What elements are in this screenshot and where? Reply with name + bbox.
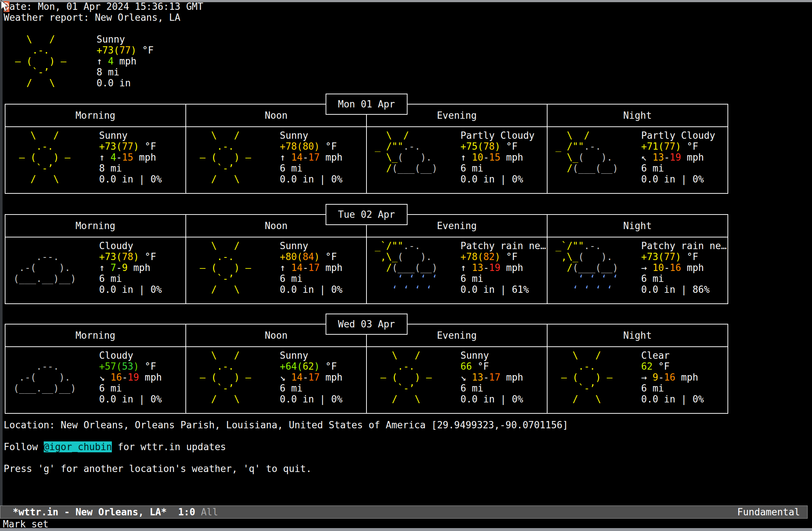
- visibility-text: 6 mi: [99, 273, 162, 284]
- header-night: Night: [547, 105, 727, 126]
- day-badge: Tue 02 Apr: [326, 204, 408, 225]
- precip-text: 0.0 in | 0%: [99, 284, 162, 295]
- wind-text: ↑ 10-15 mph: [460, 152, 535, 163]
- visibility-text: 8 mi: [99, 163, 162, 174]
- cloud-icon: .--. .-( ). (___.__)__): [8, 350, 82, 413]
- day-badge: Wed 03 Apr: [326, 314, 408, 335]
- visibility-text: 6 mi: [280, 383, 342, 394]
- visibility-text: 6 mi: [280, 273, 342, 284]
- precip-text: 0.0 in | 0%: [99, 394, 162, 405]
- temperature-text: +64(62) °F: [280, 361, 342, 372]
- wind-text: ↘ 14-17 mph: [280, 372, 342, 383]
- sun-icon: \ / .-. ― ( ) ― `-’ / \: [550, 350, 624, 413]
- sun-icon: \ / .-. ― ( ) ― `-’ / \: [188, 350, 263, 413]
- weather-cell: _`/"".-. ,\_( ). /(___(__) ‘ ‘ ‘ ‘ ‘ ‘ ‘…: [366, 237, 547, 303]
- emacs-mode-line[interactable]: *wttr.in - New Orleans, LA* 1:0 All Fund…: [0, 506, 808, 519]
- visibility-text: 6 mi: [99, 383, 162, 394]
- condition-text: Patchy rain ne…: [641, 240, 727, 251]
- report-title: Weather report: New Orleans, LA: [4, 12, 180, 23]
- precip-text: 0.0 in | 0%: [641, 394, 704, 405]
- temperature-text: +73(77) °F: [97, 45, 154, 56]
- mouse-cursor: [0, 0, 11, 12]
- condition-text: Sunny: [280, 350, 342, 361]
- visibility-text: 6 mi: [641, 383, 704, 394]
- precip-text: 0.0 in: [97, 78, 154, 88]
- precip-text: 0.0 in | 0%: [460, 394, 523, 405]
- modeline-space: [195, 507, 201, 518]
- weather-cell: _`/"".-. ,\_( ). /(___(__) ‘ ‘ ‘ ‘ ‘ ‘ ‘…: [547, 237, 727, 303]
- sun-icon: \ / .-. ― ( ) ― `-’ / \: [369, 350, 444, 413]
- visibility-text: 6 mi: [280, 163, 342, 174]
- wind-text: ↑ 14-17 mph: [280, 152, 342, 163]
- window-bottom-edge: [0, 528, 812, 531]
- wind-text: ↑ 7-9 mph: [99, 262, 162, 273]
- visibility-text: 6 mi: [460, 273, 546, 284]
- weather-cell: \ / .-. ― ( ) ― `-’ / \ Clear 62 °F → 9-…: [547, 347, 727, 413]
- weather-cell: \ / .-. ― ( ) ― `-’ / \ Sunny +64(62) °F…: [185, 347, 366, 413]
- condition-text: Cloudy: [99, 350, 162, 361]
- precip-text: 0.0 in | 0%: [99, 174, 162, 185]
- major-mode-name[interactable]: Fundamental: [737, 507, 800, 518]
- keybinding-hint-line: Press 'g' for another location's weather…: [4, 463, 311, 474]
- precip-text: 0.0 in | 0%: [280, 284, 342, 295]
- follow-prefix: Follow: [4, 441, 44, 452]
- condition-text: Patchy rain ne…: [460, 240, 546, 251]
- condition-text: Partly Cloudy: [641, 130, 715, 141]
- wind-text: ↑ 4 mph: [97, 56, 154, 67]
- condition-text: Partly Cloudy: [460, 130, 535, 141]
- visibility-text: 6 mi: [460, 383, 523, 394]
- modeline-gap: [167, 507, 178, 518]
- temperature-text: +80(84) °F: [280, 251, 342, 262]
- scroll-indicator: All: [201, 507, 218, 518]
- twitter-handle-link[interactable]: @igor_chubin: [44, 441, 112, 452]
- visibility-text: 6 mi: [460, 163, 535, 174]
- buffer-name[interactable]: *wttr.in - New Orleans, LA*: [13, 507, 167, 518]
- partly-cloudy-icon: \ / _ /"".-. \_( ). /(___(__): [550, 130, 624, 193]
- wind-text: ↘ 16-19 mph: [99, 372, 162, 383]
- rain-icon: _`/"".-. ,\_( ). /(___(__) ‘ ‘ ‘ ‘ ‘ ‘ ‘…: [550, 240, 624, 303]
- precip-text: 0.0 in | 0%: [280, 394, 342, 405]
- temperature-text: +73(78) °F: [99, 251, 162, 262]
- temperature-text: +78(80) °F: [280, 141, 342, 152]
- weather-cell: .--. .-( ). (___.__)__) Cloudy +57(53) °…: [5, 347, 185, 413]
- temperature-text: 62 °F: [641, 361, 704, 372]
- cloud-icon: .--. .-( ). (___.__)__): [8, 240, 82, 303]
- header-night: Night: [547, 324, 727, 346]
- wind-text: → 9-16 mph: [641, 372, 704, 383]
- cursor-position: 1:0: [178, 507, 195, 518]
- precip-text: 0.0 in | 0%: [460, 174, 535, 185]
- precip-text: 0.0 in | 61%: [460, 284, 546, 295]
- temperature-text: +75(78) °F: [460, 141, 535, 152]
- day-badge: Mon 01 Apr: [326, 94, 408, 115]
- visibility-text: 6 mi: [641, 273, 727, 284]
- sun-icon: \ / .-. ― ( ) ― `-’ / \: [188, 240, 263, 303]
- condition-text: Sunny: [99, 130, 162, 141]
- window-left-fringe: [0, 2, 3, 506]
- temperature-text: +73(77) °F: [99, 141, 162, 152]
- visibility-text: 8 mi: [97, 67, 154, 78]
- follow-line: Follow @igor_chubin for wttr.in updates: [4, 441, 226, 452]
- wind-text: ↘ 13-17 mph: [460, 372, 523, 383]
- partly-cloudy-icon: \ / _ /"".-. \_( ). /(___(__): [369, 130, 444, 193]
- wind-text: ↑ 4-15 mph: [99, 152, 162, 163]
- weather-cell: \ / _ /"".-. \_( ). /(___(__) Partly Clo…: [547, 127, 727, 193]
- date-text: ate: Mon, 01 Apr 2024 15:36:13 GMT: [9, 1, 203, 12]
- weather-cell: \ / .-. ― ( ) ― `-’ / \ Sunny +78(80) °F…: [185, 127, 366, 193]
- condition-text: Sunny: [280, 240, 342, 251]
- sun-icon: \ / .-. ― ( ) ― `-’ / \: [4, 34, 78, 88]
- header-night: Night: [547, 215, 727, 237]
- weather-cell: \ / .-. ― ( ) ― `-’ / \ Sunny +73(77) °F…: [5, 127, 185, 193]
- condition-text: Clear: [641, 350, 704, 361]
- visibility-text: 6 mi: [641, 163, 715, 174]
- sun-icon: \ / .-. ― ( ) ― `-’ / \: [8, 130, 82, 193]
- follow-suffix: for wttr.in updates: [112, 441, 226, 452]
- wind-text: → 10-16 mph: [641, 262, 727, 273]
- current-conditions: \ / .-. ― ( ) ― `-’ / \ Sunny +73(77) °F…: [4, 34, 154, 88]
- precip-text: 0.0 in | 0%: [280, 174, 342, 185]
- header-morning: Morning: [5, 324, 185, 346]
- condition-text: Cloudy: [99, 240, 162, 251]
- temperature-text: 66 °F: [460, 361, 523, 372]
- header-morning: Morning: [5, 215, 185, 237]
- temperature-text: +73(77) °F: [641, 251, 727, 262]
- weather-cell: \ / .-. ― ( ) ― `-’ / \ Sunny +80(84) °F…: [185, 237, 366, 303]
